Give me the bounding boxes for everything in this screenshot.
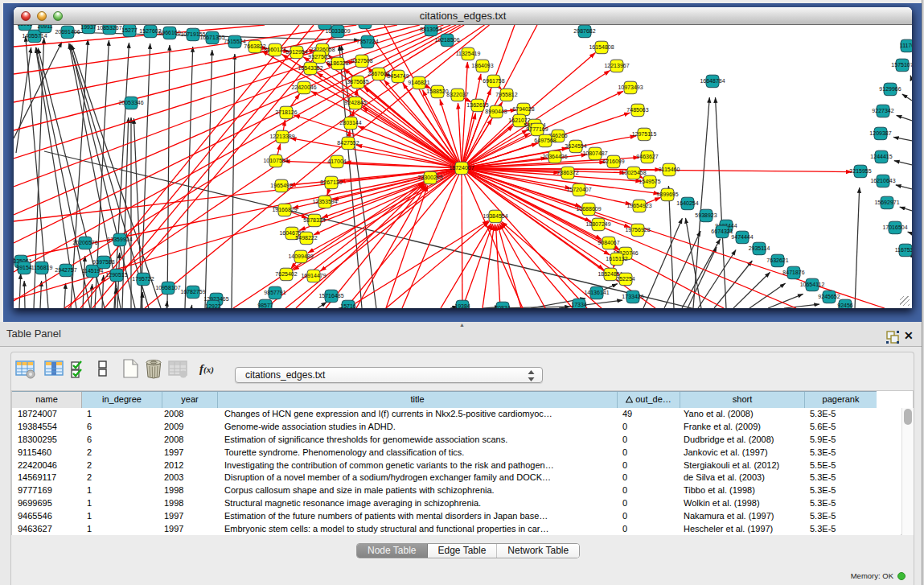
svg-text:15277: 15277 <box>121 27 138 33</box>
svg-text:9227342: 9227342 <box>872 108 893 113</box>
svg-text:1167534: 1167534 <box>895 247 912 253</box>
svg-text:8267130: 8267130 <box>320 179 342 185</box>
svg-text:10853267: 10853267 <box>97 25 121 31</box>
svg-text:16543382: 16543382 <box>298 65 322 71</box>
svg-text:1795722: 1795722 <box>132 276 154 282</box>
svg-text:2935114: 2935114 <box>749 245 770 251</box>
svg-text:98577: 98577 <box>257 303 273 308</box>
svg-text:11170: 11170 <box>900 43 912 48</box>
svg-text:1209387: 1209387 <box>869 130 891 136</box>
svg-text:2803144: 2803144 <box>339 120 361 126</box>
svg-text:6794028: 6794028 <box>512 106 534 112</box>
svg-text:12353594: 12353594 <box>312 199 337 204</box>
svg-text:9146821: 9146821 <box>408 80 429 85</box>
svg-text:19384: 19384 <box>454 303 470 308</box>
svg-text:1640254: 1640254 <box>676 200 698 206</box>
svg-text:10958107: 10958107 <box>155 285 180 290</box>
svg-text:9463627: 9463627 <box>636 154 658 159</box>
svg-text:14055714: 14055714 <box>22 33 47 39</box>
svg-text:19756928: 19756928 <box>625 227 650 233</box>
svg-text:1290515: 1290515 <box>105 272 127 278</box>
svg-text:6497568: 6497568 <box>534 138 556 143</box>
svg-text:1575107: 1575107 <box>891 62 912 68</box>
svg-text:1588520: 1588520 <box>426 89 448 94</box>
svg-text:16914479: 16914479 <box>301 273 326 278</box>
svg-text:22420046: 22420046 <box>291 84 316 90</box>
svg-text:7625402: 7625402 <box>275 271 297 277</box>
svg-text:19166829: 19166829 <box>272 207 297 212</box>
svg-text:417004: 417004 <box>327 159 346 164</box>
svg-text:9327503: 9327503 <box>308 54 330 60</box>
svg-text:17016504: 17016504 <box>882 225 907 230</box>
svg-text:3215955: 3215955 <box>849 168 871 174</box>
svg-text:10688609: 10688609 <box>576 206 601 212</box>
svg-text:8660124: 8660124 <box>264 47 285 52</box>
svg-text:20911: 20911 <box>38 25 53 29</box>
svg-text:92456: 92456 <box>837 303 853 308</box>
svg-text:14099489: 14099489 <box>288 253 313 259</box>
svg-text:9115460: 9115460 <box>659 167 680 172</box>
svg-text:2718126: 2718126 <box>275 109 297 115</box>
svg-text:7515524: 7515524 <box>224 39 245 44</box>
svg-text:9242845: 9242845 <box>344 100 366 105</box>
svg-text:7955812: 7955812 <box>495 92 517 97</box>
svg-text:5498222: 5498222 <box>295 235 317 241</box>
svg-text:1145194: 1145194 <box>82 268 104 274</box>
svg-text:7357224: 7357224 <box>356 39 378 44</box>
svg-text:14136141: 14136141 <box>584 290 609 295</box>
svg-text:5878334: 5878334 <box>303 217 325 223</box>
svg-text:12975115: 12975115 <box>632 131 657 137</box>
svg-text:16033: 16033 <box>317 25 333 26</box>
svg-text:9129966: 9129966 <box>879 86 901 92</box>
svg-text:10807487: 10807487 <box>582 150 607 156</box>
svg-text:8912954: 8912954 <box>285 49 307 55</box>
svg-text:23300295: 23300295 <box>417 175 442 180</box>
svg-text:6674321: 6674321 <box>711 229 733 234</box>
svg-text:1615132: 1615132 <box>606 256 627 262</box>
svg-text:18807249: 18807249 <box>585 221 610 227</box>
svg-text:15716485: 15716485 <box>318 293 343 299</box>
svg-text:9777169: 9777169 <box>526 126 548 132</box>
svg-text:19654923: 19654923 <box>626 203 651 208</box>
svg-text:16782759: 16782759 <box>180 289 205 295</box>
svg-text:8990448: 8990448 <box>485 109 507 114</box>
svg-text:19218506: 19218506 <box>434 37 459 43</box>
svg-text:7663822: 7663822 <box>244 43 265 49</box>
svg-text:15716: 15716 <box>340 303 356 308</box>
svg-text:252254: 252254 <box>616 276 634 282</box>
svg-text:8427552: 8427552 <box>337 140 359 146</box>
svg-text:9397588: 9397588 <box>92 259 114 265</box>
svg-text:8454749: 8454749 <box>387 73 409 79</box>
svg-text:3624554: 3624554 <box>565 143 586 149</box>
svg-text:17334: 17334 <box>571 302 587 307</box>
svg-text:16033809: 16033809 <box>325 28 350 34</box>
svg-text:19384554: 19384554 <box>483 213 507 219</box>
svg-text:9899695: 9899695 <box>656 192 678 197</box>
svg-text:10973493: 10973493 <box>618 84 643 90</box>
svg-text:10107554: 10107554 <box>263 158 288 163</box>
svg-text:12213967: 12213967 <box>604 63 629 68</box>
svg-text:20364436: 20364436 <box>542 154 567 159</box>
svg-text:16648784: 16648784 <box>700 78 725 84</box>
svg-text:2942757: 2942757 <box>55 267 76 273</box>
svg-text:12213389: 12213389 <box>269 134 294 139</box>
svg-text:1965492: 1965492 <box>270 183 292 188</box>
svg-text:1864093: 1864093 <box>471 63 493 68</box>
svg-text:7632621: 7632621 <box>766 257 788 263</box>
svg-text:9245652: 9245652 <box>818 294 840 299</box>
svg-text:1362615: 1362615 <box>466 102 488 108</box>
svg-text:9327508: 9327508 <box>351 58 372 64</box>
svg-text:1156819: 1156819 <box>31 265 53 270</box>
svg-text:8322037: 8322037 <box>446 92 468 97</box>
svg-text:1244415: 1244415 <box>870 154 892 159</box>
svg-text:8813054: 8813054 <box>420 27 441 32</box>
svg-text:3875685: 3875685 <box>347 79 368 84</box>
svg-text:20053346: 20053346 <box>118 100 143 105</box>
svg-text:12923: 12923 <box>205 303 221 308</box>
svg-text:10025458: 10025458 <box>621 170 646 175</box>
svg-text:5938923: 5938923 <box>695 212 717 218</box>
svg-text:2087682: 2087682 <box>573 28 595 34</box>
svg-text:15692971: 15692971 <box>874 200 899 205</box>
svg-text:7886372: 7886372 <box>556 170 578 175</box>
svg-text:19937: 19937 <box>80 25 97 30</box>
